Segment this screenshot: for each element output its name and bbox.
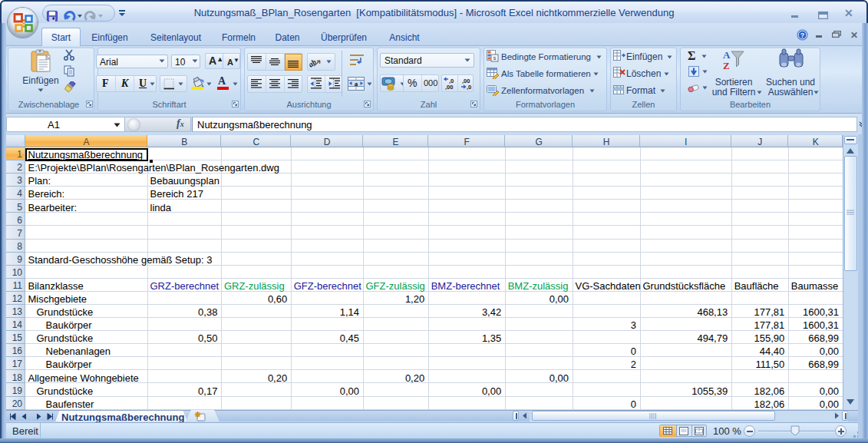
svg-text:A: A [723, 49, 731, 61]
svg-text:,0: ,0 [467, 84, 471, 90]
svg-text:a: a [355, 80, 358, 88]
svg-text:Z: Z [723, 60, 730, 71]
svg-text:,00: ,00 [445, 84, 453, 90]
svg-text:?: ? [800, 31, 805, 39]
svg-text:ab: ab [309, 58, 318, 68]
